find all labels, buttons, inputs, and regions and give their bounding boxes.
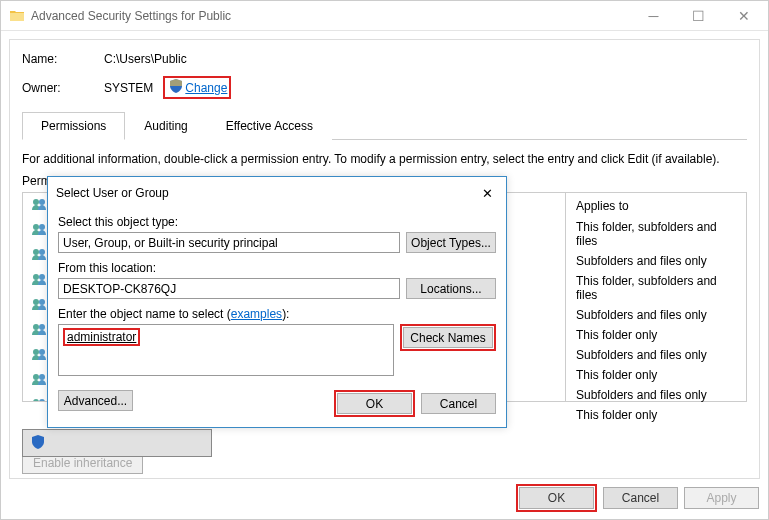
ok-button[interactable]: OK: [519, 487, 594, 509]
minimize-button[interactable]: ─: [631, 2, 676, 30]
enter-name-section: Enter the object name to select (example…: [58, 307, 496, 376]
applies-to-item[interactable]: Subfolders and files only: [576, 345, 736, 365]
applies-to-item[interactable]: This folder only: [576, 405, 736, 425]
svg-point-10: [33, 324, 39, 330]
svg-point-16: [33, 399, 39, 401]
enter-name-label: Enter the object name to select (example…: [58, 307, 496, 321]
svg-point-4: [33, 249, 39, 255]
svg-point-12: [33, 349, 39, 355]
applies-to-item[interactable]: Subfolders and files only: [576, 385, 736, 405]
advanced-button[interactable]: Advanced...: [58, 390, 133, 411]
dialog-title: Select User or Group: [56, 186, 476, 200]
name-row: Name: C:\Users\Public: [22, 52, 747, 66]
name-label: Name:: [22, 52, 104, 66]
dialog-close-button[interactable]: ✕: [476, 183, 498, 203]
check-names-button[interactable]: Check Names: [403, 327, 493, 348]
ok-highlight: OK: [516, 484, 597, 512]
svg-point-0: [33, 199, 39, 205]
svg-point-5: [39, 249, 45, 255]
tab-bar: Permissions Auditing Effective Access: [22, 111, 747, 140]
owner-row: Owner: SYSTEM Change: [22, 76, 747, 99]
applies-to-item[interactable]: This folder only: [576, 365, 736, 385]
dialog-ok-button[interactable]: OK: [337, 393, 412, 414]
owner-label: Owner:: [22, 81, 104, 95]
folder-icon: [9, 8, 25, 24]
svg-point-7: [39, 274, 45, 280]
object-type-section: Select this object type: Object Types...: [58, 215, 496, 253]
object-name-input[interactable]: administrator: [58, 324, 394, 376]
applies-to-item[interactable]: Subfolders and files only: [576, 305, 736, 325]
svg-point-9: [39, 299, 45, 305]
dialog-titlebar: Select User or Group ✕: [48, 177, 506, 209]
titlebar: Advanced Security Settings for Public ─ …: [1, 1, 768, 31]
svg-point-13: [39, 349, 45, 355]
shield-icon: [169, 79, 183, 96]
dialog-footer: Advanced... OK Cancel: [58, 390, 496, 417]
dialog-ok-highlight: OK: [334, 390, 415, 417]
object-type-label: Select this object type:: [58, 215, 496, 229]
cancel-button[interactable]: Cancel: [603, 487, 678, 509]
owner-value: SYSTEM: [104, 81, 153, 95]
applies-to-item[interactable]: Subfolders and files only: [576, 251, 736, 271]
dialog-body: Select this object type: Object Types...…: [48, 209, 506, 427]
applies-to-column: Applies to This folder, subfolders and f…: [566, 193, 746, 401]
change-owner-link[interactable]: Change: [185, 81, 227, 95]
main-window: Advanced Security Settings for Public ─ …: [0, 0, 769, 520]
window-controls: ─ ☐ ✕: [631, 2, 766, 30]
obscured-button-row: [22, 429, 212, 457]
change-owner-highlight: Change: [163, 76, 231, 99]
svg-point-14: [33, 374, 39, 380]
svg-point-2: [33, 224, 39, 230]
svg-point-3: [39, 224, 45, 230]
window-title: Advanced Security Settings for Public: [31, 9, 631, 23]
dialog-cancel-button[interactable]: Cancel: [421, 393, 496, 414]
applies-to-item[interactable]: This folder, subfolders and files: [576, 271, 736, 305]
svg-point-1: [39, 199, 45, 205]
name-value: C:\Users\Public: [104, 52, 187, 66]
examples-link[interactable]: examples: [231, 307, 282, 321]
shield-icon: [31, 435, 45, 452]
svg-point-6: [33, 274, 39, 280]
info-text: For additional information, double-click…: [22, 152, 747, 166]
location-section: From this location: Locations...: [58, 261, 496, 299]
applies-to-header: Applies to: [576, 197, 736, 217]
apply-button: Apply: [684, 487, 759, 509]
applies-to-item[interactable]: This folder only: [576, 325, 736, 345]
check-names-highlight: Check Names: [400, 324, 496, 351]
tab-auditing[interactable]: Auditing: [125, 112, 206, 140]
entered-name-highlight: administrator: [63, 328, 140, 346]
select-user-dialog: Select User or Group ✕ Select this objec…: [47, 176, 507, 428]
object-type-field[interactable]: [58, 232, 400, 253]
bottom-button-bar: OK Cancel Apply: [516, 484, 759, 512]
tab-effective-access[interactable]: Effective Access: [207, 112, 332, 140]
locations-button[interactable]: Locations...: [406, 278, 496, 299]
object-types-button[interactable]: Object Types...: [406, 232, 496, 253]
applies-to-item[interactable]: This folder, subfolders and files: [576, 217, 736, 251]
svg-point-11: [39, 324, 45, 330]
location-label: From this location:: [58, 261, 496, 275]
maximize-button[interactable]: ☐: [676, 2, 721, 30]
svg-point-15: [39, 374, 45, 380]
close-button[interactable]: ✕: [721, 2, 766, 30]
location-field[interactable]: [58, 278, 400, 299]
svg-point-8: [33, 299, 39, 305]
svg-point-17: [39, 399, 45, 401]
tab-permissions[interactable]: Permissions: [22, 112, 125, 140]
